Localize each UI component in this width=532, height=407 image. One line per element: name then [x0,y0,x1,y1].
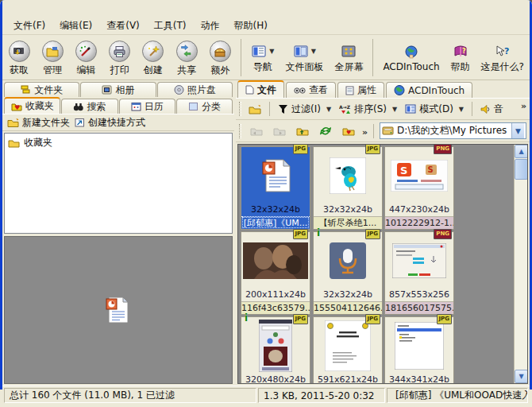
scrollbar-thumb[interactable] [515,159,528,180]
view-eyes-icon [294,86,306,95]
printer-icon [109,41,130,62]
navigate-dropdown-arrow[interactable]: ▼ [269,48,274,55]
tab-calendar[interactable]: 日历 [119,99,175,114]
sound-button[interactable]: 音 [478,101,506,118]
filter-button[interactable]: 过滤(I) ▼ [276,101,333,118]
thumbnail-item-8[interactable]: JPG 591x621x24b [313,316,383,384]
create-shortcut-button[interactable]: 创建快捷方式 [75,116,145,130]
toolbar-grip[interactable] [239,102,241,116]
tree-item-favorites[interactable]: 收藏夹 [8,136,229,149]
tab-photo-disc[interactable]: 照片盘 [157,82,233,97]
refresh-button[interactable] [316,123,335,139]
share-button[interactable]: 共享 [170,36,203,79]
tab-search-label: 搜索 [87,100,106,114]
forward-button[interactable] [270,123,289,139]
tab-view[interactable]: 查看 [286,82,336,98]
thumbnail-filename: 155504112646... [314,301,382,314]
manage-button[interactable]: 管理 [36,36,69,79]
album-icon [102,85,112,95]
mode-dropdown-arrow[interactable]: ▼ [459,106,464,113]
filter-dropdown-arrow[interactable]: ▼ [326,106,331,113]
file-panel-dropdown-arrow[interactable]: ▼ [311,48,316,55]
scroll-up-button[interactable]: ▲ [515,145,528,158]
thumbnail-filename: 116f43c63579... [241,301,310,314]
acdintouch-button[interactable]: ACDInTouch [377,36,445,79]
funnel-icon [278,104,288,114]
favorites-folder-button[interactable]: ♥ [339,123,358,139]
png-badge: PNG [434,144,452,154]
create-button[interactable]: 创建 [137,36,170,79]
sort-az-icon: A→Z [339,104,351,114]
edit-button[interactable]: 编辑 [69,36,102,79]
menu-tools[interactable]: 工具(T) [148,17,193,34]
thumbnail-item-9[interactable]: JPG 344x341x24b [384,316,454,384]
tab-categories-label: 分类 [202,100,221,114]
toolbar-grip[interactable] [239,124,241,138]
sort-button[interactable]: A→Z 排序(S) ▼ [337,101,399,118]
sort-dropdown-arrow[interactable]: ▼ [392,106,397,113]
thumbnail-item-6[interactable]: PNG 857x553x256 181656017575... [384,231,454,315]
new-folder-button[interactable]: 新建文件夹 [7,116,70,130]
back-button[interactable] [247,123,266,139]
menu-actions[interactable]: 动作 [195,17,226,34]
folders-icon [21,85,31,95]
menu-view[interactable]: 查看(V) [100,17,146,34]
thumbnail-item-5[interactable]: i JPG 32x32x24b 155504112646... [313,231,383,315]
print-button[interactable]: 打印 [103,36,137,79]
tab-search[interactable]: 搜索 [61,99,118,114]
tab-favorites[interactable]: ♥ 收藏夹 [4,97,60,114]
folder-icon [8,138,20,148]
whats-this-label: 这是什么? [481,60,524,74]
new-folder-button-2[interactable] [246,103,264,116]
svg-text:?: ? [504,46,509,56]
tab-file[interactable]: 文件 [237,80,284,98]
favorites-tree[interactable]: 收藏夹 [4,133,233,234]
svg-text:A→Z: A→Z [339,104,351,110]
fullscreen-button[interactable]: 全屏幕 [329,36,368,79]
tab-albums[interactable]: 相册 [80,82,156,97]
addressbar-overflow-chevron[interactable] [362,123,368,138]
filterbar-overflow-chevron[interactable] [521,100,526,111]
left-tabs-row2: ♥ 收藏夹 搜索 日历 分类 [2,97,234,114]
help-label: 帮助 [451,60,470,74]
whats-this-button[interactable]: ? 这是什么? [476,36,530,79]
file-panel-button[interactable]: ▼ 文件面板 [279,36,329,79]
toolbar-separator [372,39,373,76]
status-bar: 总计 160 个文件 (11.0 MB), 1 已过滤 1.3 KB, 2011… [2,386,530,405]
binoculars-icon [73,102,83,111]
thumbnail-filename: 181656017575... [385,301,453,314]
mode-button[interactable]: 模式(D) ▼ [403,101,466,118]
tab-acdintouch[interactable]: ACDInTouch [386,82,472,98]
acquire-button[interactable]: 获取 [2,36,36,79]
tab-categories[interactable]: 分类 [176,99,233,114]
address-combo[interactable]: D:\我的文档\My Pictures ▼ [380,122,526,139]
tab-albums-label: 相册 [115,83,134,97]
scroll-down-button[interactable]: ▼ [515,370,528,383]
acquire-label: 获取 [10,64,29,77]
address-dropdown-button[interactable]: ▼ [511,123,524,138]
vertical-scrollbar[interactable]: ▲ ▼ [514,145,527,383]
tab-properties[interactable]: 属性 [337,82,384,98]
help-button[interactable]: ? 帮助 [445,36,476,79]
menu-file[interactable]: 文件(F) [7,17,52,34]
navigate-button[interactable]: ▼ 导航 [245,36,279,79]
thumbnail-size: 320x480x24b [245,374,306,384]
create-shortcut-label: 创建快捷方式 [88,116,145,130]
chest-icon [210,41,231,62]
tab-folders[interactable]: 文件夹 [4,82,79,97]
preview-pane [4,236,233,384]
thumbnail-item-1[interactable]: JPG 32x32x24b [邱郁惠]《UM... [241,146,310,230]
thumbnail-item-3[interactable]: PNG SS 447x230x24b 1012222912-1... [384,146,454,230]
up-folder-button[interactable] [293,123,312,139]
thumbnail-item-4[interactable]: JPG 200x111x24b 116f43c63579... [241,231,310,315]
thumbnail-size: 591x621x24b [318,374,378,384]
menu-edit[interactable]: 编辑(E) [53,17,98,34]
speaker-icon [480,104,491,114]
drive-icon [382,126,394,136]
jpg-badge: JPG [293,314,308,324]
extras-button[interactable]: 额外 [203,36,237,79]
thumbnail-item-2[interactable]: JPG 32x32x24b 【斩尽杀绝1... [313,146,383,230]
menu-help[interactable]: 帮助(H) [228,17,274,34]
thumbnail-item-7[interactable]: i JPG 320x480x24b [241,316,310,384]
share-arrows-icon [176,41,198,62]
